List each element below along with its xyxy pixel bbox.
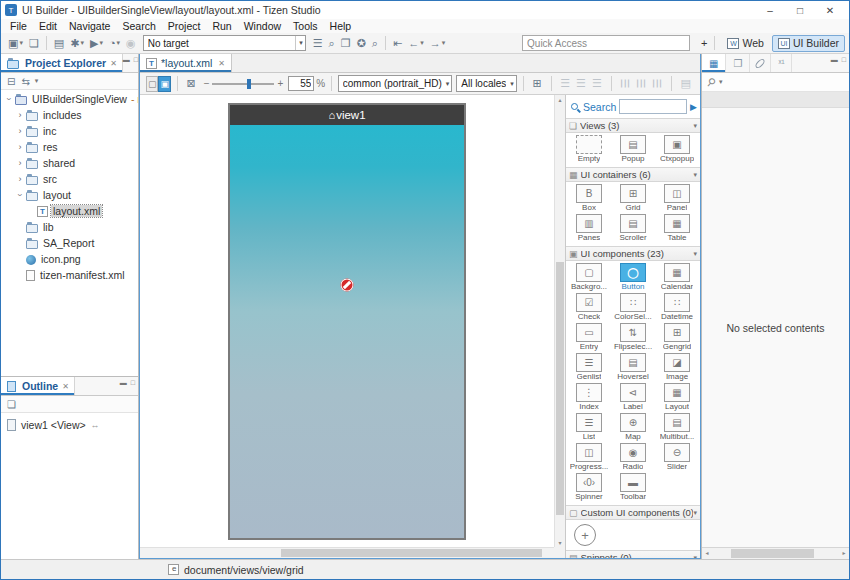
outline-item-view1[interactable]: view1 <View> ↔ (1, 416, 138, 433)
menu-project[interactable]: Project (162, 20, 207, 32)
chevron-collapsed-icon[interactable]: › (15, 126, 25, 136)
tree-item-lib[interactable]: lib (1, 219, 138, 235)
menu-tools[interactable]: Tools (287, 20, 324, 32)
chevron-collapsed-icon[interactable]: › (15, 110, 25, 120)
chevron-collapsed-icon[interactable]: › (15, 142, 25, 152)
tree-item-includes[interactable]: ›includes (1, 107, 138, 123)
pin-icon[interactable]: ⚲ (704, 74, 719, 89)
open-perspective-button[interactable]: + (699, 34, 709, 52)
tab-preview[interactable]: ❐ (726, 54, 750, 72)
search-go-icon[interactable]: ▶ (690, 102, 697, 112)
palette-item-multibutton[interactable]: ▤Multibut... (655, 413, 699, 443)
palette-section-views[interactable]: ❏Views (3)▾ (566, 118, 700, 133)
tree-item-layout[interactable]: ›layout (1, 187, 138, 203)
link-with-editor-icon[interactable]: ⇆ (21, 76, 29, 87)
palette-item-box[interactable]: BBox (567, 184, 611, 214)
close-view-icon[interactable]: ✕ (62, 382, 69, 391)
run-button[interactable]: ▶▾ (88, 34, 105, 52)
palette-item-check[interactable]: ☑Check (567, 293, 611, 323)
find-dialog-button[interactable]: ⌕ (370, 34, 380, 52)
menu-navigate[interactable]: Navigate (63, 20, 116, 32)
tree-item-shared[interactable]: ›shared (1, 155, 138, 171)
tab-outline[interactable]: Outline ✕ (1, 377, 75, 395)
console-button[interactable]: ❐ (339, 34, 353, 52)
design-canvas[interactable]: ⌂ view1 (140, 95, 554, 547)
palette-item-spinner[interactable]: ‹0›Spinner (567, 473, 611, 503)
palette-section-ui-containers[interactable]: ▦UI containers (6)▾ (566, 167, 700, 182)
zoom-in-icon[interactable]: + (277, 78, 283, 89)
scroll-right-icon[interactable]: ▸ (839, 548, 849, 559)
open-element-button[interactable]: ❏ (27, 34, 41, 52)
minimize-button[interactable]: – (755, 5, 785, 16)
fit-to-window-icon[interactable]: ⊠ (186, 77, 195, 90)
forward-button[interactable]: →▾ (428, 34, 448, 52)
palette-item-list[interactable]: ☰List (567, 413, 611, 443)
properties-scroll-thumb[interactable] (731, 549, 813, 558)
collapse-caret-icon[interactable]: ▾ (693, 250, 697, 258)
palette-item-label[interactable]: ⊲Label (611, 383, 655, 413)
palette-item-grid[interactable]: ⊞Grid (611, 184, 655, 214)
palette-item-image[interactable]: ◪Image (655, 353, 699, 383)
menu-window[interactable]: Window (238, 20, 287, 32)
minimize-view-icon[interactable]: ▬ (123, 56, 130, 63)
menu-search[interactable]: Search (116, 20, 161, 32)
maximize-button[interactable]: □ (785, 5, 815, 16)
palette-item-entry[interactable]: ▭Entry (567, 323, 611, 353)
palette-item-empty[interactable]: Empty (567, 135, 611, 165)
palette-item-radio[interactable]: ◉Radio (611, 443, 655, 473)
maximize-view-icon[interactable]: □ (131, 379, 135, 386)
palette-section-custom[interactable]: ▢Custom UI components (0)▾ (566, 505, 700, 520)
palette-item-colorselector[interactable]: ∷ColorSel... (611, 293, 655, 323)
palette-item-index[interactable]: ⋮Index (567, 383, 611, 413)
tree-item-src[interactable]: ›src (1, 171, 138, 187)
chevron-expanded-icon[interactable]: › (4, 94, 14, 104)
canvas-horizontal-scrollbar[interactable] (140, 547, 554, 558)
tree-item-uibuildersingleview[interactable]: ›UIBuilderSingleView- mobile-4.0 (1, 91, 138, 107)
canvas-vertical-scrollbar[interactable]: ▴ ▾ (554, 95, 565, 547)
tab-annotation[interactable]: ˣ¹ (771, 54, 792, 72)
zoom-slider-track[interactable] (212, 83, 274, 85)
tab-project-explorer[interactable]: Project Explorer ✕ (1, 54, 123, 72)
zoom-out-icon[interactable]: − (204, 78, 210, 89)
form-preview-icon[interactable]: ⊞ (532, 77, 541, 90)
zoom-value-input[interactable] (288, 76, 314, 91)
palette-item-hoversel[interactable]: ▤Hoversel (611, 353, 655, 383)
collapse-caret-icon[interactable]: ▾ (693, 554, 697, 559)
properties-horizontal-scrollbar[interactable]: ◂ ▸ (702, 547, 849, 559)
tab-properties[interactable]: ▦ (702, 54, 726, 72)
perspective-web-button[interactable]: W Web (722, 35, 768, 52)
design-view-toggle[interactable]: ▣ (158, 76, 170, 92)
save-button[interactable]: ▤ (52, 34, 66, 52)
zoom-slider[interactable]: − + (201, 78, 287, 89)
minimize-view-icon[interactable]: ▬ (831, 56, 838, 63)
menu-help[interactable]: Help (324, 20, 358, 32)
palette-section-snippets[interactable]: ▤Snippets (0)▾ (566, 550, 700, 558)
close-editor-icon[interactable]: ✕ (218, 59, 225, 68)
profile-button[interactable]: ◔▾ (107, 34, 122, 52)
chevron-collapsed-icon[interactable]: › (15, 158, 25, 168)
tree-item-icon-png[interactable]: icon.png (1, 251, 138, 267)
debug-button[interactable]: ✱▾ (68, 34, 86, 52)
collapse-caret-icon[interactable]: ▾ (693, 171, 697, 179)
menu-file[interactable]: File (4, 20, 33, 32)
collapse-caret-icon[interactable]: ▾ (693, 122, 697, 130)
certificate-button[interactable]: ✪ (355, 34, 368, 52)
pin-caret-icon[interactable]: ▾ (719, 78, 723, 86)
chevron-collapsed-icon[interactable]: › (15, 174, 25, 184)
palette-item-genlist[interactable]: ☰Genlist (567, 353, 611, 383)
collapse-all-icon[interactable]: ⊟ (7, 76, 15, 87)
tree-item-sa-report[interactable]: SA_Report (1, 235, 138, 251)
new-view-icon[interactable]: ❏ (7, 399, 16, 410)
tree-item-res[interactable]: ›res (1, 139, 138, 155)
zoom-slider-thumb[interactable] (247, 79, 251, 89)
tasks-button[interactable]: ☰ (311, 34, 325, 52)
close-button[interactable]: ✕ (815, 5, 845, 16)
target-combo[interactable]: No target ▾ (143, 35, 306, 51)
palette-item-ctxpopup[interactable]: ▣Ctxpopup (655, 135, 699, 165)
source-view-toggle[interactable]: ▢ (146, 76, 158, 92)
vertical-scroll-thumb[interactable] (556, 262, 564, 515)
palette-search-input[interactable] (619, 99, 687, 114)
maximize-view-icon[interactable]: □ (842, 56, 846, 63)
scroll-up-icon[interactable]: ▴ (555, 96, 565, 103)
palette-item-toolbar[interactable]: ▬Toolbar (611, 473, 655, 503)
